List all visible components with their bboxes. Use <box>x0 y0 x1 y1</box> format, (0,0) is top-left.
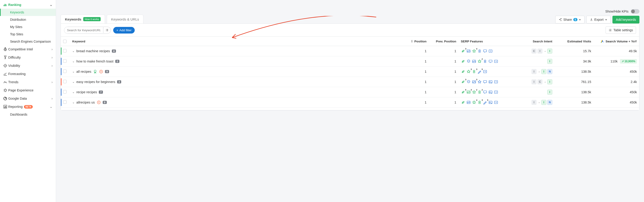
serp-video-icon[interactable] <box>494 59 498 64</box>
serp-leaf-icon[interactable] <box>461 69 466 74</box>
serp-chef-icon[interactable]: 3 <box>477 100 482 105</box>
row-checkbox[interactable] <box>63 70 66 73</box>
keyword-text[interactable]: recipe recipes <box>76 90 97 94</box>
intent-I[interactable]: I <box>547 59 552 64</box>
serp-img-icon[interactable] <box>466 49 471 53</box>
intent-I[interactable]: I <box>547 49 552 54</box>
expand-row[interactable]: ⌄ <box>72 80 74 84</box>
row-checkbox[interactable] <box>63 90 66 94</box>
tab-keywords[interactable]: Keywords How it works <box>60 15 105 23</box>
serp-leaf-icon[interactable]: 3 <box>461 80 466 84</box>
intent-N[interactable]: N <box>547 69 552 74</box>
serp-star-icon[interactable]: 3 <box>466 69 471 74</box>
sidebar-item-forecasting[interactable]: Forecasting <box>0 70 56 78</box>
intent-N[interactable]: N <box>547 100 552 105</box>
search-list-button[interactable] <box>103 27 111 33</box>
th-visits[interactable]: Estimated Visits <box>554 37 594 46</box>
sidebar-sub-dashboards[interactable]: Dashboards <box>0 111 56 118</box>
serp-qa-icon[interactable] <box>483 80 487 84</box>
row-checkbox[interactable] <box>63 80 66 83</box>
keyword-text[interactable]: easy recipes for beginners <box>76 80 115 84</box>
intent-I[interactable]: I <box>532 100 536 105</box>
sidebar-sub-top-sites[interactable]: Top Sites <box>0 31 56 38</box>
row-checkbox[interactable] <box>63 100 66 104</box>
serp-leaf-icon[interactable] <box>461 100 466 105</box>
serp-chef-icon[interactable] <box>477 49 482 53</box>
th-volume[interactable]: Search Volume + YoY <box>594 37 639 46</box>
serp-star-icon[interactable]: 4 <box>472 100 476 105</box>
intent-C[interactable]: C <box>532 49 536 54</box>
serp-pic-icon[interactable] <box>488 80 493 84</box>
serp-pen-icon[interactable]: 5 <box>483 100 487 105</box>
serp-pic-icon[interactable] <box>488 100 493 105</box>
intent-I[interactable]: I <box>547 90 552 95</box>
serp-chef-icon[interactable]: 3 <box>472 69 476 74</box>
intent-I[interactable]: I <box>541 100 546 105</box>
th-keyword[interactable]: Keyword <box>70 37 404 46</box>
export-button[interactable]: Export ▼ <box>586 16 610 23</box>
serp-leaf-icon[interactable]: 3 <box>461 49 466 53</box>
serp-video-icon[interactable] <box>494 90 498 94</box>
serp-pen-icon[interactable]: 5 <box>477 69 482 74</box>
intent-I[interactable]: I <box>538 49 542 54</box>
serp-img-icon[interactable] <box>466 100 471 105</box>
serp-img-icon[interactable] <box>472 59 476 64</box>
expand-row[interactable]: ⌄ <box>72 49 74 53</box>
keyword-text[interactable]: bread machine recipes <box>76 49 110 53</box>
serp-chat-icon[interactable] <box>466 59 471 64</box>
row-checkbox[interactable] <box>63 59 66 63</box>
th-prev-position[interactable]: Prev. Position <box>429 37 458 46</box>
serp-star-icon[interactable]: 2 <box>477 59 482 64</box>
keyword-text[interactable]: how to make french toast <box>76 60 114 63</box>
serp-star-icon[interactable] <box>477 80 482 84</box>
search-input[interactable] <box>64 27 103 33</box>
intent-I[interactable]: I <box>541 69 546 74</box>
sidebar-item-ranking[interactable]: Ranking ⌄ <box>0 1 56 9</box>
serp-qa-icon[interactable] <box>488 59 493 64</box>
serp-qa-icon[interactable] <box>483 49 487 53</box>
serp-qa-icon[interactable] <box>483 90 487 94</box>
add-filter-button[interactable]: + Add filter <box>113 27 135 33</box>
sidebar-item-trends[interactable]: Trends› <box>0 78 56 86</box>
share-button[interactable]: Share 5 ▼ <box>555 16 584 23</box>
serp-video-icon[interactable] <box>483 69 487 74</box>
serp-video-icon[interactable] <box>494 100 498 105</box>
sidebar-item-visibility[interactable]: Visibility› <box>0 62 56 70</box>
sidebar-item-reporting[interactable]: ReportingBETA⌄ <box>0 102 56 111</box>
expand-row[interactable]: ⌄ <box>72 60 74 63</box>
keyword-text[interactable]: allrecipes us <box>76 101 95 104</box>
kpi-toggle[interactable] <box>631 9 640 14</box>
sidebar-item-competitive-intel[interactable]: Competitive Intel› <box>0 45 56 53</box>
expand-row[interactable]: ⌄ <box>72 91 74 94</box>
row-checkbox[interactable] <box>63 49 66 52</box>
serp-chat-icon[interactable] <box>466 80 471 84</box>
serp-video-icon[interactable] <box>488 49 493 53</box>
sidebar-sub-keywords[interactable]: Keywords <box>0 9 56 16</box>
select-all-checkbox[interactable] <box>63 40 66 43</box>
sidebar-sub-distribution[interactable]: Distribution <box>0 16 56 23</box>
th-intent[interactable]: Search Intent <box>516 37 554 46</box>
serp-video-icon[interactable] <box>494 80 498 84</box>
intent-I[interactable]: I <box>532 69 536 74</box>
tab-keywords-urls[interactable]: Keywords & URLs <box>107 15 144 23</box>
sidebar-sub-my-sites[interactable]: My Sites <box>0 23 56 31</box>
serp-img-icon[interactable]: 3 <box>466 90 471 94</box>
sidebar-sub-search-engines-comparison[interactable]: Search Engines Comparison <box>0 38 56 45</box>
intent-I[interactable]: I <box>547 79 552 84</box>
sidebar-item-page-experience[interactable]: Page Experience <box>0 86 56 94</box>
sidebar-item-google-data[interactable]: Google Data› <box>0 94 56 102</box>
sidebar-item-difficulty[interactable]: Difficulty› <box>0 53 56 62</box>
expand-row[interactable]: ⌄ <box>72 101 74 104</box>
keyword-text[interactable]: all recipes <box>76 70 91 73</box>
serp-chef-icon[interactable] <box>483 59 487 64</box>
serp-chef-icon[interactable]: 2 <box>477 90 482 94</box>
serp-img-icon[interactable]: 3 <box>472 80 476 84</box>
serp-leaf-icon[interactable]: 5 <box>461 90 466 94</box>
intent-I[interactable]: I <box>532 79 536 84</box>
add-keywords-button[interactable]: Add keywords <box>612 16 640 23</box>
intent-C[interactable]: C <box>538 79 542 84</box>
serp-star-icon[interactable]: 4 <box>472 49 476 53</box>
th-position[interactable]: ▲▼ Position <box>404 37 429 46</box>
serp-star-icon[interactable]: 2 <box>472 90 476 94</box>
serp-leaf-icon[interactable] <box>461 59 466 64</box>
